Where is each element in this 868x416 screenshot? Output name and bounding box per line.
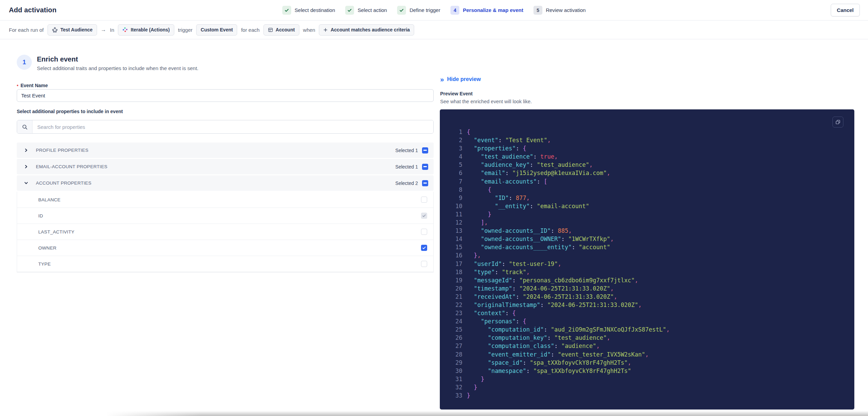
trigger-bar-text: for each: [241, 27, 259, 33]
group-select-checkbox[interactable]: [422, 147, 428, 153]
line-content: "receivedAt": "2024-06-25T21:31:33.020Z"…: [467, 293, 617, 301]
line-number: 9: [453, 194, 462, 202]
code-line: 12 ],: [453, 218, 849, 227]
search-icon: [17, 120, 32, 133]
code-line: 22 "originalTimestamp": "2024-06-25T21:3…: [453, 301, 849, 309]
group-select-checkbox[interactable]: [422, 164, 428, 170]
line-content: "messageId": "personas_cb6zdbo6im9g7xxf7…: [467, 276, 638, 284]
property-search: [17, 120, 434, 134]
code-line: 1{: [453, 128, 849, 136]
property-label: LAST_ACTIVITY: [38, 229, 74, 234]
line-content: }: [467, 383, 477, 391]
property-row-type[interactable]: TYPE: [17, 256, 433, 272]
code-line: 17 "userId": "test-user-19",: [453, 260, 849, 268]
selected-count: Selected 1: [395, 148, 418, 153]
step-number: 4: [450, 6, 459, 15]
line-number: 7: [453, 177, 462, 186]
property-group-header-profile-properties[interactable]: PROFILE PROPERTIESSelected 1: [17, 143, 434, 158]
chip-test-audience[interactable]: Test Audience: [48, 24, 97, 36]
chip-custom-event[interactable]: Custom Event: [196, 24, 237, 36]
trigger-bar-text: For each run of: [9, 27, 44, 33]
property-checkbox[interactable]: [421, 229, 427, 235]
line-number: 19: [453, 276, 462, 284]
property-group-header-email-account-properties[interactable]: EMAIL-ACCOUNT PROPERTIESSelected 1: [17, 159, 434, 174]
property-label: TYPE: [38, 261, 51, 267]
chip-iterable-actions[interactable]: Iterable (Actions): [118, 24, 174, 36]
property-row-balance[interactable]: BALANCE: [17, 192, 433, 208]
arrow-right-icon: →: [101, 27, 106, 33]
stepper-step-select-action[interactable]: Select action: [345, 6, 387, 15]
double-chevron-right-icon: »: [440, 77, 444, 82]
group-select-checkbox[interactable]: [422, 180, 428, 186]
stepper-step-select-destination[interactable]: Select destination: [282, 6, 335, 15]
line-number: 32: [453, 383, 462, 391]
line-content: "type": "track",: [467, 268, 530, 276]
chip-label: Custom Event: [201, 27, 233, 32]
table-icon: [268, 27, 273, 32]
line-content: "computation_key": "test_audience",: [467, 334, 610, 342]
code-line: 27 "computation_class": "audience",: [453, 342, 849, 350]
iterable-logo-icon: [122, 27, 128, 32]
chip-account-matches-audience-criteria[interactable]: Account matches audience criteria: [319, 24, 414, 36]
line-content: "context": {: [467, 309, 516, 317]
code-line: 10 "__entity": "email-account": [453, 202, 849, 210]
trigger-summary-bar: For each run ofTest Audience→InIterable …: [0, 21, 868, 39]
cancel-button[interactable]: Cancel: [831, 4, 860, 16]
chip-account[interactable]: Account: [263, 24, 299, 36]
code-line: 33}: [453, 391, 849, 400]
property-row-last-activity[interactable]: LAST_ACTIVITY: [17, 224, 433, 240]
line-number: 27: [453, 342, 462, 350]
line-content: "email": "j15i2ysedp@k1euxaIVia.com",: [467, 169, 610, 177]
line-number: 21: [453, 293, 462, 301]
property-checkbox[interactable]: [421, 261, 427, 267]
stepper-step-review-activation[interactable]: 5Review activation: [533, 6, 586, 15]
property-checkbox[interactable]: [421, 213, 427, 219]
stepper: Select destinationSelect actionDefine tr…: [282, 6, 586, 15]
code-line: 16 },: [453, 251, 849, 259]
hide-preview-link[interactable]: » Hide preview: [440, 76, 481, 82]
code-line: 31 }: [453, 375, 849, 383]
chip-label: Test Audience: [60, 27, 93, 32]
line-content: "owned-accounts__OWNER": "1WCWrTXfkp",: [467, 235, 614, 243]
code-line: 7 "email-accounts": [: [453, 177, 849, 186]
code-line: 28 "event_emitter_id": "event_tester_IVX…: [453, 350, 849, 359]
group-selection-summary: Selected 1: [395, 147, 428, 153]
line-content: "__entity": "email-account": [467, 202, 589, 210]
preview-subtitle: See what the enriched event will look li…: [440, 99, 532, 104]
line-number: 28: [453, 350, 462, 359]
line-number: 17: [453, 260, 462, 268]
add-activation-page: Add activation Select destinationSelect …: [0, 0, 868, 416]
stepper-step-personalize-map-event[interactable]: 4Personalize & map event: [450, 6, 523, 15]
code-line: 4 "test_audience": true,: [453, 152, 849, 161]
event-name-label: Event Name: [17, 83, 48, 88]
step-label: Personalize & map event: [463, 7, 523, 13]
line-content: "computation_class": "audience",: [467, 342, 600, 350]
chip-label: Account matches audience criteria: [330, 27, 410, 32]
line-content: "event_emitter_id": "event_tester_IVX5W2…: [467, 350, 649, 359]
line-content: }: [467, 210, 491, 218]
page-title: Add activation: [9, 6, 56, 14]
copy-button[interactable]: [832, 117, 843, 128]
event-name-input[interactable]: [17, 89, 434, 102]
check-icon: [282, 6, 291, 15]
property-row-owner[interactable]: OWNER: [17, 240, 433, 256]
property-group-header-account-properties[interactable]: ACCOUNT PROPERTIESSelected 2: [17, 175, 434, 191]
line-number: 23: [453, 309, 462, 317]
code-line: 13 "owned-accounts__ID": 885,: [453, 227, 849, 235]
step-label: Review activation: [546, 7, 586, 13]
code-line: 20 "timestamp": "2024-06-25T21:31:33.020…: [453, 284, 849, 293]
property-checkbox[interactable]: [421, 245, 427, 251]
property-search-input[interactable]: [32, 120, 433, 133]
line-content: "userId": "test-user-19",: [467, 260, 561, 268]
line-number: 31: [453, 375, 462, 383]
code-line: 18 "type": "track",: [453, 268, 849, 276]
line-number: 33: [453, 391, 462, 400]
line-content: "test_audience": true,: [467, 152, 558, 161]
audience-icon: [52, 27, 58, 33]
line-content: }: [467, 375, 484, 383]
line-number: 20: [453, 284, 462, 293]
stepper-step-define-trigger[interactable]: Define trigger: [397, 6, 440, 15]
code-line: 24 "personas": {: [453, 317, 849, 325]
property-row-id[interactable]: ID: [17, 208, 433, 224]
property-checkbox[interactable]: [421, 197, 427, 203]
